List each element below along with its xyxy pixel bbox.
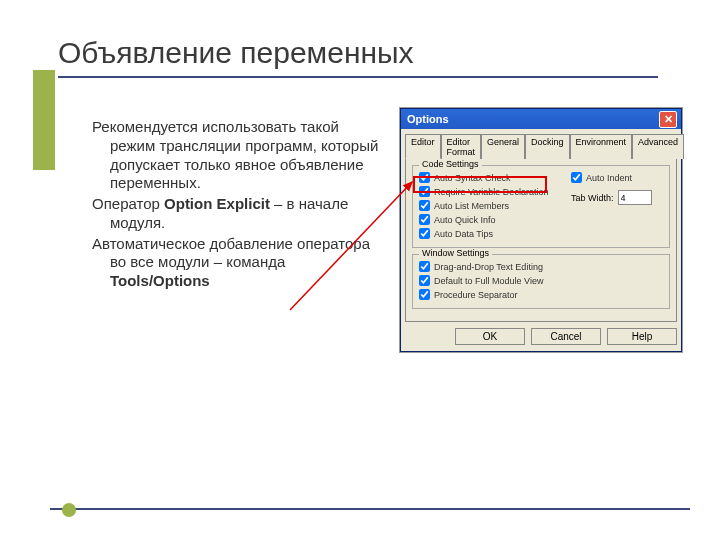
cancel-button[interactable]: Cancel xyxy=(531,328,601,345)
chk-label: Auto Indent xyxy=(586,173,632,183)
chk-auto-list[interactable]: Auto List Members xyxy=(419,200,571,211)
chk-auto-indent[interactable]: Auto Indent xyxy=(571,172,663,183)
chk-auto-syntax[interactable]: Auto Syntax Check xyxy=(419,172,571,183)
chk-auto-quickinfo[interactable]: Auto Quick Info xyxy=(419,214,571,225)
chk-label: Drag-and-Drop Text Editing xyxy=(434,262,543,272)
chk-label: Require Variable Declaration xyxy=(434,187,548,197)
accent-bar xyxy=(33,70,55,170)
tab-editor[interactable]: Editor xyxy=(405,134,441,159)
para3b: Tools/Options xyxy=(110,272,210,289)
tabwidth-input[interactable] xyxy=(618,190,652,205)
help-button[interactable]: Help xyxy=(607,328,677,345)
dialog-panel: Code Settings Auto Syntax Check Require … xyxy=(405,158,677,322)
chk-label: Auto Syntax Check xyxy=(434,173,511,183)
footer-line xyxy=(50,508,690,510)
close-icon[interactable]: ✕ xyxy=(659,111,677,128)
options-dialog: Options ✕ Editor Editor Format General D… xyxy=(400,108,682,352)
tab-environment[interactable]: Environment xyxy=(570,134,633,159)
chk-require-var-decl[interactable]: Require Variable Declaration xyxy=(419,186,571,197)
tab-editor-format[interactable]: Editor Format xyxy=(441,134,482,159)
body-text: Рекомендуется использовать такой режим т… xyxy=(92,118,382,293)
chk-dragdrop[interactable]: Drag-and-Drop Text Editing xyxy=(419,261,663,272)
chk-label: Auto Data Tips xyxy=(434,229,493,239)
tab-width-row: Tab Width: xyxy=(571,190,663,205)
ok-button[interactable]: OK xyxy=(455,328,525,345)
chk-full-module[interactable]: Default to Full Module View xyxy=(419,275,663,286)
chk-label: Default to Full Module View xyxy=(434,276,543,286)
chk-label: Auto List Members xyxy=(434,201,509,211)
group-code-settings: Code Settings Auto Syntax Check Require … xyxy=(412,165,670,248)
group2-label: Window Settings xyxy=(419,248,492,258)
chk-label: Procedure Separator xyxy=(434,290,518,300)
tab-general[interactable]: General xyxy=(481,134,525,159)
chk-auto-datatips[interactable]: Auto Data Tips xyxy=(419,228,571,239)
footer-dot xyxy=(62,503,76,517)
group1-label: Code Settings xyxy=(419,159,482,169)
group-window-settings: Window Settings Drag-and-Drop Text Editi… xyxy=(412,254,670,309)
slide-title: Объявление переменных xyxy=(58,36,658,78)
button-row: OK Cancel Help xyxy=(401,326,681,351)
dialog-titlebar[interactable]: Options ✕ xyxy=(401,109,681,129)
tabwidth-label: Tab Width: xyxy=(571,193,614,203)
chk-label: Auto Quick Info xyxy=(434,215,496,225)
chk-proc-sep[interactable]: Procedure Separator xyxy=(419,289,663,300)
dialog-title: Options xyxy=(407,113,449,125)
para3a: Автоматическое добавление оператора во в… xyxy=(92,235,370,271)
para2b: Option Explicit xyxy=(164,195,270,212)
tab-docking[interactable]: Docking xyxy=(525,134,570,159)
tab-advanced[interactable]: Advanced xyxy=(632,134,684,159)
para2a: Оператор xyxy=(92,195,164,212)
tab-strip: Editor Editor Format General Docking Env… xyxy=(401,129,681,158)
para1: Рекомендуется использовать такой режим т… xyxy=(92,118,378,191)
